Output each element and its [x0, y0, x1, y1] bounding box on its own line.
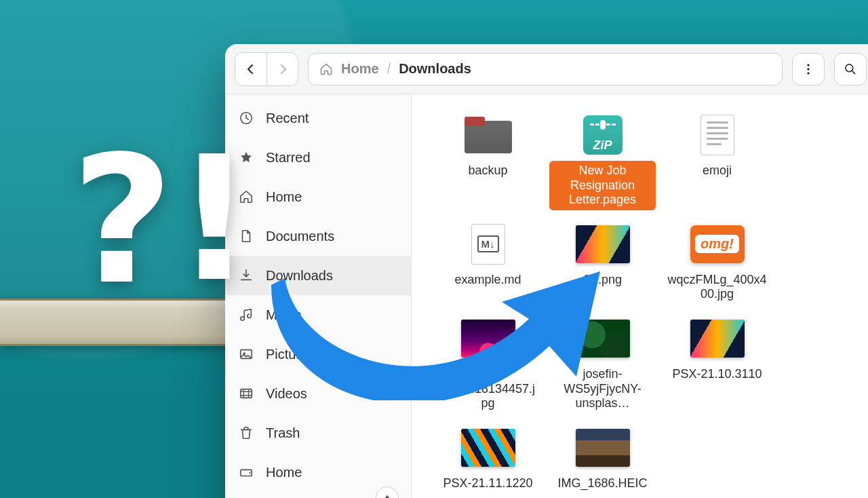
sidebar-item-documents[interactable]: Documents — [225, 216, 411, 256]
sidebar-item-label: Music — [266, 307, 301, 323]
sidebar-item-label: Videos — [266, 386, 307, 402]
document-icon — [690, 113, 745, 157]
file-label: josefin-WS5yjFjycNY-unsplas… — [549, 364, 656, 414]
documents-icon — [239, 229, 256, 244]
image-thumbnail — [576, 223, 630, 266]
svg-point-0 — [807, 64, 809, 66]
file-label: emoji — [698, 161, 736, 181]
file-label: PSX-21.10.18134457.jpg — [434, 364, 542, 414]
body: Recent Starred Home Documents Downloads … — [225, 94, 868, 498]
image-thumbnail: omg! — [690, 223, 745, 266]
file-label: IMG_1686.HEIC — [553, 474, 651, 494]
image-thumbnail — [576, 317, 630, 360]
file-item[interactable]: PSX-21.11.1220 — [432, 421, 544, 497]
image-thumbnail — [461, 426, 515, 470]
file-item[interactable]: M↓ example.md — [432, 217, 544, 307]
breadcrumb-home[interactable]: Home — [341, 61, 379, 77]
search-button[interactable] — [834, 53, 867, 85]
file-item[interactable]: PSX-21.10.18134457.jpg — [432, 311, 544, 417]
image-thumbnail — [690, 317, 745, 360]
file-grid[interactable]: backup ZiP New Job Resignation Letter.pa… — [412, 94, 868, 498]
trash-icon — [239, 425, 256, 440]
chevron-left-icon — [245, 64, 256, 75]
sidebar-item-trash[interactable]: Trash — [225, 413, 411, 453]
wallpaper-strip — [0, 299, 231, 346]
toolbar: Home / Downloads — [225, 44, 868, 94]
breadcrumb-current[interactable]: Downloads — [399, 61, 471, 77]
markdown-icon: M↓ — [461, 223, 515, 266]
file-label: New Job Resignation Letter.pages — [549, 161, 656, 210]
videos-icon — [239, 386, 256, 401]
svg-point-2 — [807, 72, 809, 74]
file-label: wqczFMLg_400x400.jpg — [663, 270, 772, 305]
star-icon — [239, 150, 256, 165]
sidebar-item-label: Trash — [266, 425, 300, 441]
file-label: backup — [464, 161, 511, 181]
eject-icon — [382, 493, 392, 498]
file-label: 6K.png — [579, 270, 626, 290]
sidebar-item-downloads[interactable]: Downloads — [225, 256, 411, 295]
back-button[interactable] — [235, 53, 267, 85]
sidebar-item-home[interactable]: Home — [225, 177, 411, 216]
sidebar-item-recent[interactable]: Recent — [225, 98, 411, 138]
sidebar: Recent Starred Home Documents Downloads … — [225, 94, 412, 498]
clock-icon — [239, 111, 256, 126]
folder-icon — [461, 113, 515, 157]
sidebar-item-label: Recent — [266, 111, 309, 126]
file-label: PSX-21.10.3110 — [668, 364, 766, 385]
sidebar-item-label: Pictures — [266, 347, 315, 362]
search-icon — [844, 62, 857, 76]
drive-icon — [239, 465, 256, 480]
breadcrumb[interactable]: Home / Downloads — [308, 53, 783, 85]
chevron-right-icon — [277, 64, 288, 75]
file-item[interactable]: 6K.png — [547, 217, 658, 307]
sidebar-item-label: Starred — [266, 150, 311, 166]
sidebar-item-label: Downloads — [266, 268, 333, 284]
sidebar-item-label: Documents — [266, 229, 334, 244]
file-item[interactable]: IMG_1686.HEIC — [547, 421, 658, 497]
sidebar-item-pictures[interactable]: Pictures — [225, 334, 411, 374]
file-item[interactable]: emoji — [661, 108, 773, 213]
svg-rect-7 — [241, 389, 252, 398]
sidebar-item-label: Home — [266, 465, 302, 480]
kebab-icon — [802, 63, 814, 75]
sidebar-item-label: Home — [266, 189, 302, 205]
file-item[interactable]: josefin-WS5yjFjycNY-unsplas… — [547, 311, 658, 417]
sidebar-item-music[interactable]: Music — [225, 295, 411, 334]
pictures-icon — [239, 347, 256, 362]
downloads-icon — [239, 268, 256, 283]
file-item[interactable]: omg! wqczFMLg_400x400.jpg — [661, 217, 773, 307]
svg-point-1 — [807, 68, 809, 70]
svg-point-9 — [249, 472, 250, 474]
zip-icon: ZiP — [576, 113, 630, 157]
sidebar-item-videos[interactable]: Videos — [225, 374, 411, 413]
file-label: PSX-21.11.1220 — [439, 474, 536, 494]
image-thumbnail — [461, 317, 515, 360]
music-icon — [239, 307, 256, 322]
file-item[interactable]: PSX-21.10.3110 — [661, 311, 773, 417]
home-icon — [239, 189, 256, 204]
forward-button[interactable] — [267, 53, 298, 85]
home-icon — [319, 62, 333, 76]
breadcrumb-separator: / — [387, 61, 391, 77]
menu-button[interactable] — [792, 53, 825, 85]
file-item[interactable]: ZiP New Job Resignation Letter.pages — [547, 108, 658, 213]
file-manager-window: Home / Downloads Recent Starred Home — [225, 44, 868, 498]
file-label: example.md — [450, 270, 525, 290]
nav-buttons — [235, 52, 298, 86]
file-item[interactable]: backup — [432, 108, 544, 213]
sidebar-item-starred[interactable]: Starred — [225, 138, 411, 177]
image-thumbnail — [576, 426, 630, 470]
sidebar-item-drive-home[interactable]: Home — [225, 453, 411, 492]
